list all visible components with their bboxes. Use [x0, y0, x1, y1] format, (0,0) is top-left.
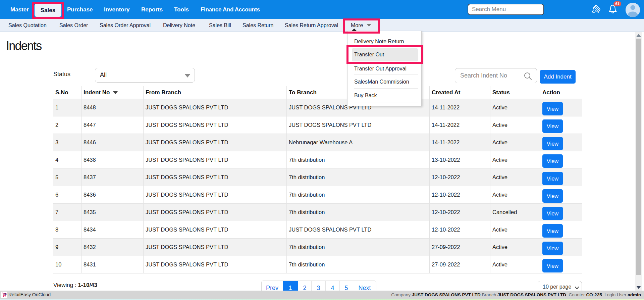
svg-text:RE: RE: [3, 293, 7, 295]
